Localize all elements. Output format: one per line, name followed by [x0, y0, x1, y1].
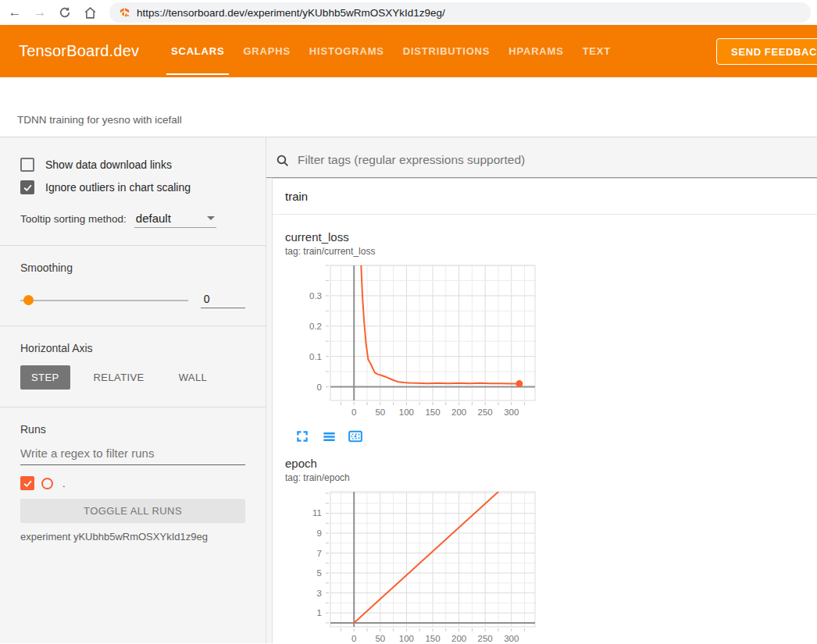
chart-actions [285, 429, 543, 444]
show-download-links-checkbox[interactable] [20, 158, 34, 172]
home-icon[interactable] [81, 4, 98, 21]
divider [0, 245, 266, 246]
chart-tag: tag: train/epoch [285, 472, 543, 483]
svg-text:1: 1 [317, 608, 322, 617]
toggle-all-runs-button[interactable]: TOGGLE ALL RUNS [20, 499, 245, 523]
svg-text:0: 0 [317, 382, 322, 392]
top-nav: SCALARS GRAPHS HISTOGRAMS DISTRIBUTIONS … [162, 25, 620, 77]
expand-card-icon[interactable] [294, 429, 310, 444]
horizontal-axis-options: STEP RELATIVE WALL [20, 365, 245, 390]
svg-text:11: 11 [312, 508, 322, 518]
tag-filter-input[interactable] [298, 153, 817, 175]
svg-text:5: 5 [317, 568, 322, 578]
url-text[interactable]: https://tensorboard.dev/experiment/yKUbh… [137, 7, 445, 19]
chart-tag: tag: train/current_loss [285, 246, 543, 257]
tab-hparams[interactable]: HPARAMS [499, 25, 573, 77]
chart-title: epoch [285, 457, 543, 470]
line-chart[interactable]: 0501001502002503001357911 [285, 489, 540, 643]
svg-text:100: 100 [399, 407, 414, 417]
axis-step-button[interactable]: STEP [20, 365, 70, 390]
fit-domain-icon[interactable] [348, 429, 363, 444]
address-bar[interactable]: https://tensorboard.dev/experiment/yKUbh… [109, 2, 811, 23]
svg-text:0: 0 [351, 407, 356, 417]
chevron-down-icon [207, 216, 215, 220]
ignore-outliers-checkbox[interactable] [20, 180, 34, 194]
tab-scalars[interactable]: SCALARS [162, 25, 234, 77]
smoothing-label: Smoothing [20, 262, 245, 274]
experiment-id-caption: experiment yKUbhb5wRmOSXYkId1z9eg [20, 531, 245, 543]
tooltip-sorting-label: Tooltip sorting method: [20, 213, 127, 225]
send-feedback-button[interactable]: SEND FEEDBACK [716, 38, 817, 65]
experiment-title: TDNN training for yesno with icefall [17, 114, 182, 126]
toggle-log-scale-icon[interactable] [321, 429, 337, 444]
slider-thumb-icon[interactable] [23, 295, 34, 305]
axis-relative-button[interactable]: RELATIVE [83, 365, 155, 390]
experiment-bar: TDNN training for yesno with icefall [0, 77, 817, 137]
run-item[interactable]: . [20, 476, 245, 490]
app-header: TensorBoard.dev SCALARS GRAPHS HISTOGRAM… [0, 25, 817, 77]
app-logo[interactable]: TensorBoard.dev [19, 42, 139, 60]
tab-text[interactable]: TEXT [573, 25, 620, 77]
svg-text:0.2: 0.2 [309, 322, 322, 331]
tab-graphs[interactable]: GRAPHS [234, 25, 299, 77]
tab-distributions[interactable]: DISTRIBUTIONS [394, 25, 500, 77]
svg-text:7: 7 [317, 549, 322, 558]
reload-icon[interactable] [56, 4, 73, 21]
tooltip-sorting-select[interactable]: default [134, 212, 216, 228]
svg-text:9: 9 [317, 528, 322, 538]
scalars-dashboard: train current_loss tag: train/current_lo… [266, 137, 817, 643]
chart-card-epoch: epoch tag: train/epoch 05010015020025030… [285, 457, 543, 643]
svg-text:150: 150 [425, 407, 440, 417]
svg-text:200: 200 [451, 634, 466, 643]
svg-text:300: 300 [504, 407, 519, 417]
chart-card-current-loss: current_loss tag: train/current_loss 050… [285, 230, 543, 444]
svg-text:100: 100 [399, 634, 414, 643]
run-color-swatch-icon[interactable] [41, 478, 53, 489]
runs-label: Runs [20, 423, 245, 436]
tensorboard-favicon-icon [119, 7, 130, 19]
svg-text:50: 50 [375, 407, 385, 417]
divider [0, 407, 266, 407]
svg-text:250: 250 [478, 634, 493, 643]
tag-filter-row [266, 137, 817, 178]
train-section-card: train current_loss tag: train/current_lo… [272, 178, 817, 643]
svg-text:0.3: 0.3 [309, 291, 322, 301]
svg-text:300: 300 [504, 634, 519, 643]
show-download-links-row[interactable]: Show data download links [20, 158, 245, 172]
search-icon [276, 154, 290, 168]
run-name[interactable]: . [60, 478, 66, 489]
smoothing-slider[interactable] [20, 300, 188, 301]
forward-icon[interactable]: → [31, 4, 48, 21]
svg-text:200: 200 [451, 407, 466, 417]
charts-grid: current_loss tag: train/current_loss 050… [273, 215, 817, 643]
ignore-outliers-row[interactable]: Ignore outliers in chart scaling [20, 180, 245, 194]
smoothing-row: 0 [20, 293, 245, 308]
svg-text:250: 250 [478, 407, 493, 417]
tooltip-sorting-row: Tooltip sorting method: default [20, 212, 245, 228]
back-icon[interactable]: ← [6, 4, 23, 21]
tensorboard-page: ← → https://tensorboard.dev/experiment/y… [0, 0, 817, 644]
select-value[interactable]: default [136, 212, 171, 225]
checkbox-label[interactable]: Ignore outliers in chart scaling [45, 181, 191, 194]
check-icon [23, 479, 33, 489]
train-section-header[interactable]: train [273, 179, 817, 215]
chart-title: current_loss [285, 230, 543, 244]
tab-histograms[interactable]: HISTOGRAMS [300, 25, 394, 77]
svg-text:3: 3 [317, 589, 322, 598]
run-checkbox[interactable] [20, 476, 34, 490]
axis-wall-button[interactable]: WALL [168, 365, 219, 390]
check-icon [23, 183, 33, 193]
svg-text:150: 150 [425, 634, 440, 643]
checkbox-label[interactable]: Show data download links [45, 158, 172, 171]
line-chart[interactable]: 05010015020025030000.10.20.3 [285, 263, 540, 424]
smoothing-value[interactable]: 0 [201, 293, 245, 308]
runs-filter-input[interactable] [20, 447, 245, 465]
svg-text:0.1: 0.1 [309, 352, 322, 361]
divider [0, 326, 266, 326]
horizontal-axis-label: Horizontal Axis [20, 342, 245, 354]
settings-sidebar: Show data download links Ignore outliers… [0, 137, 266, 643]
svg-text:50: 50 [375, 634, 385, 643]
svg-text:0: 0 [351, 634, 356, 643]
browser-toolbar: ← → https://tensorboard.dev/experiment/y… [0, 0, 817, 25]
